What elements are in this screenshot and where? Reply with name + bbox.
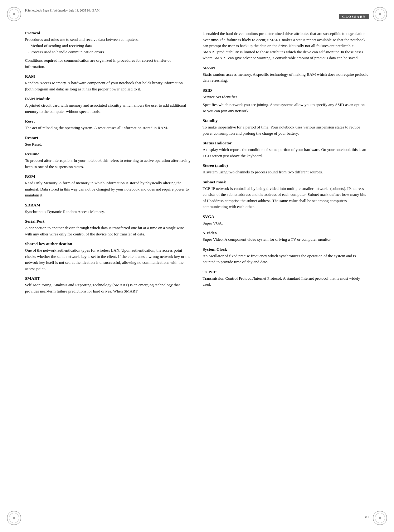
entry-status-indicator: Status IndicatorA display which reports … [203,141,369,159]
entry-title: RAM Module [25,96,192,101]
entry-title: Shared key authentication [25,241,192,246]
entry-extra: Specifies which network you are joining.… [203,102,369,114]
entry-protocol: ProtocolProcedures and rules use to send… [25,31,192,70]
svg-point-9 [379,13,381,15]
entry-title: Protocol [25,31,192,36]
entry-body: An oscillator of fixed precise frequency… [203,253,369,265]
top-meta: P Series.book Page 81 Wednesday, July 13… [25,9,100,12]
entry-body: The act of reloading the operating syste… [25,125,192,131]
entry-body: One of the network authentication types … [25,247,192,272]
entry-title: Resume [25,152,192,157]
page-number: 81 [365,515,369,520]
entry-s-video: S-VideoSuper Video. A component video sy… [203,230,369,243]
entry-serial-port: Serial PortA connection to another devic… [25,219,192,237]
entry-shared-key: Shared key authenticationOne of the netw… [25,241,192,272]
entry-title: Serial Port [25,219,192,224]
entry-title: Status Indicator [203,141,369,146]
svg-point-2 [13,13,15,15]
page: P Series.book Page 81 Wednesday, July 13… [0,0,394,532]
entry-title: S-Video [203,230,369,235]
entry-title: SDRAM [25,203,192,208]
entry-body: A connection to another device through w… [25,225,192,237]
header-label: Glossary [339,14,369,19]
entry-body: Self-Monitoring, Analysis and Reporting … [25,282,192,294]
entry-body: Procedures and rules use to send and rec… [25,36,192,43]
entry-title: TCP/IP [203,269,369,274]
entry-resume: ResumeTo proceed after interruption. In … [25,152,192,170]
corner-decoration-tr [372,6,388,22]
entry-smart-cont: is enabled the hard drive monitors pre-d… [203,31,369,61]
entry-body: Service Set Identifier [203,94,369,100]
entry-subnet-mask: Subnet maskTCP-IP network is controlled … [203,180,369,210]
entry-title: System Clock [203,247,369,252]
entry-body: Super VGA. [203,220,369,226]
corner-decoration-bl [6,510,22,526]
entry-title: Restart [25,135,192,140]
corner-decoration-tl [6,6,22,22]
left-column: ProtocolProcedures and rules use to send… [25,25,192,507]
entry-ram: RAMRandom Access Memory. A hardware comp… [25,74,192,92]
entry-title: RAM [25,74,192,79]
entry-body: See Reset. [25,141,192,148]
entry-body: Read Only Memory. A form of memory in wh… [25,180,192,198]
entry-stereo: Stereo (audio)A system using two channel… [203,163,369,175]
entry-body: Synchronous Dynamic Random Access Memory… [25,209,192,215]
entry-sram: SRAMStatic random access memory. A speci… [203,65,369,84]
entry-tcp-ip: TCP/IPTransmission Control Protocol/Inte… [203,269,369,288]
svg-point-23 [379,517,381,519]
entry-body: A system using two channels to process s… [203,169,369,175]
svg-point-16 [13,517,15,519]
entry-title: Standby [203,118,369,123]
entry-body: Transmission Control Protocol/Internet P… [203,275,369,288]
entry-sdram: SDRAMSynchronous Dynamic Random Access M… [25,203,192,215]
header-bar [25,19,369,19]
entry-title: Stereo (audio) [203,163,369,168]
bullet-line: - Process used to handle communication e… [25,49,192,56]
entry-system-clock: System ClockAn oscillator of fixed preci… [203,247,369,265]
entry-title: SRAM [203,65,369,70]
entry-ram-module: RAM ModuleA printed circuit card with me… [25,96,192,114]
entry-svga: SVGASuper VGA. [203,214,369,226]
entry-title: SMART [25,276,192,281]
entry-body: A display which reports the condition of… [203,147,369,159]
entry-title: Reset [25,119,192,124]
entry-body: Super Video. A component video system fo… [203,236,369,243]
entry-extra: Conditions required for communication ar… [25,57,192,70]
main-content: ProtocolProcedures and rules use to send… [25,25,369,507]
entry-title: SVGA [203,214,369,219]
entry-standby: StandbyTo make inoperative for a period … [203,118,369,136]
corner-decoration-br [372,510,388,526]
entry-smart: SMARTSelf-Monitoring, Analysis and Repor… [25,276,192,294]
bullet-line: - Method of sending and receiving data [25,43,192,49]
entry-body: To make inoperative for a period of time… [203,124,369,136]
entry-body: is enabled the hard drive monitors pre-d… [203,31,369,61]
entry-body: To proceed after interruption. In your n… [25,157,192,170]
entry-ssid: SSIDService Set IdentifierSpecifies whic… [203,88,369,114]
entry-body: TCP-IP network is controlled by being di… [203,186,369,210]
entry-title: SSID [203,88,369,93]
entry-body: Random Access Memory. A hardware compone… [25,80,192,92]
entry-restart: RestartSee Reset. [25,135,192,148]
entry-rom: ROMRead Only Memory. A form of memory in… [25,174,192,198]
entry-body: Static random access memory. A specific … [203,71,369,84]
entry-title: Subnet mask [203,180,369,185]
entry-title: ROM [25,174,192,179]
entry-reset: ResetThe act of reloading the operating … [25,119,192,131]
right-column: is enabled the hard drive monitors pre-d… [203,25,369,507]
entry-body: A printed circuit card with memory and a… [25,102,192,114]
